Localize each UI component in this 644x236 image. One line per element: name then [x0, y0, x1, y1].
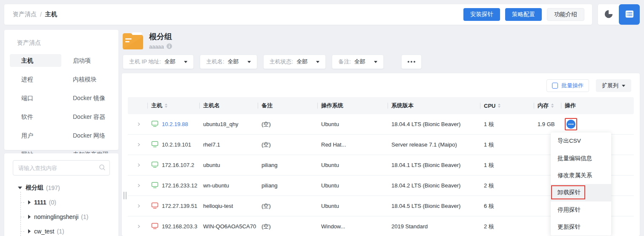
sidebar-nav-item[interactable]: 内核模块	[61, 73, 113, 86]
filter-dropdown[interactable]: 主机状态: 全部	[263, 55, 326, 69]
os-cell: Window...	[317, 223, 388, 230]
cpu-cell: 1 核	[480, 141, 534, 149]
context-menu-item-label: 更新探针	[558, 223, 581, 231]
sort-icon[interactable]	[498, 104, 500, 108]
filters-row: 主机 IP 地址: 全部 主机名: 全部 主机状态: 全部 备注: 全部	[123, 55, 384, 69]
context-menu-item[interactable]: 导出CSV	[551, 132, 611, 150]
table-column-header: 操作	[561, 102, 634, 109]
host-ip-link[interactable]: 10.2.19.88	[162, 121, 188, 127]
sidebar-nav-item[interactable]: 进程	[10, 73, 61, 86]
sidebar-nav-item-label: 软件	[21, 113, 33, 120]
caret-down-icon[interactable]	[18, 187, 22, 189]
group-tree-panel: 根分组 (197) 1111 (0) nominglingshenji (1) …	[4, 153, 118, 236]
table-column-header: 备注	[258, 102, 317, 109]
caret-down-icon	[374, 61, 377, 63]
search-input[interactable]	[13, 160, 110, 176]
more-filters-button[interactable]	[401, 55, 422, 69]
os-cell: Ubuntu	[317, 182, 388, 189]
hostname-cell: wn-ubuntu	[199, 182, 258, 189]
breadcrumb-parent[interactable]: 资产清点	[13, 11, 37, 18]
tree-node[interactable]: 根分组 (197)	[13, 181, 110, 195]
batch-operation-toggle[interactable]: 批量操作	[546, 79, 589, 92]
column-header-label: 主机名	[203, 102, 220, 109]
sidebar-nav-item[interactable]: 软件	[10, 110, 61, 123]
filter-dropdown[interactable]: 备注: 全部	[332, 55, 384, 69]
host-ip-link[interactable]: 172.16.233.12	[162, 182, 197, 189]
sidebar-nav-item[interactable]: 端口	[10, 92, 61, 104]
tree-node[interactable]: nominglingshenji (1)	[13, 210, 110, 224]
table-column-header: 系统版本	[388, 102, 480, 109]
filter-label: 主机 IP 地址:	[129, 58, 161, 66]
sidebar-nav-item[interactable]: Docker 容器	[61, 110, 113, 123]
sidebar-nav-item[interactable]: Docker 镜像	[61, 92, 113, 104]
monitor-offline-icon	[151, 222, 158, 231]
tree-node[interactable]: 1111 (0)	[13, 195, 110, 210]
sidebar-nav-item-label: 用户	[21, 132, 33, 139]
asset-inventory-nav: 资产清点 主机 启动项 进程 内核模块 端口 Docker 镜像 软件 Dock…	[4, 30, 118, 150]
caret-down-icon	[622, 85, 625, 87]
table-column-header: 内存	[534, 102, 561, 109]
sidebar-nav-item[interactable]: 主机	[10, 54, 61, 67]
host-ip-link[interactable]: 172.16.107.2	[162, 162, 194, 168]
sidebar-nav-item-label: 进程	[21, 76, 33, 83]
ellipsis-icon	[411, 61, 412, 63]
host-cell: 172.16.107.2	[147, 161, 199, 170]
table-column-header: CPU	[480, 103, 534, 109]
os-cell: Ubuntu	[317, 121, 388, 127]
tree-node-label: cw_test	[34, 228, 54, 235]
remark-cell: (空)	[258, 202, 317, 210]
tree-node-count: (1)	[57, 228, 64, 235]
filter-dropdown[interactable]: 主机名: 全部	[200, 55, 257, 69]
context-menu-item[interactable]: 卸载探针	[551, 184, 611, 201]
chart-view-button[interactable]	[598, 4, 619, 25]
host-ip-link[interactable]: 10.2.19.101	[162, 141, 191, 148]
expand-chevron-icon[interactable]	[135, 164, 140, 167]
column-header-label: 备注	[262, 102, 273, 109]
expand-chevron-icon[interactable]	[135, 123, 140, 126]
sidebar-nav-item-label: 端口	[21, 95, 33, 101]
context-menu-item[interactable]: 修改隶属关系	[551, 167, 611, 184]
memory-cell: 1.9 GB	[534, 121, 561, 127]
sort-icon[interactable]	[551, 104, 554, 108]
batch-checkbox[interactable]	[552, 83, 558, 89]
list-view-button[interactable]	[619, 4, 640, 25]
tree-node-label: 根分组	[26, 184, 43, 192]
install-probe-button[interactable]: 安装探针	[463, 8, 500, 21]
sidebar-nav-item[interactable]: Docker 网络	[61, 129, 113, 142]
expand-chevron-icon[interactable]	[135, 143, 140, 146]
top-bar: 资产清点 / 主机 安装探针 策略配置 功能介绍	[4, 4, 592, 25]
row-actions-button[interactable]	[566, 120, 575, 129]
context-menu-item[interactable]: 更新探针	[551, 219, 611, 236]
context-menu-item[interactable]: 批量编辑信息	[551, 150, 611, 167]
host-ip-link[interactable]: 172.27.139.51	[162, 203, 197, 209]
context-menu-item[interactable]: 停用探针	[551, 201, 611, 219]
monitor-online-icon	[151, 161, 158, 170]
expand-chevron-icon[interactable]	[135, 225, 140, 228]
expand-chevron-icon[interactable]	[135, 184, 140, 187]
sort-icon[interactable]	[165, 104, 167, 108]
column-header-label: 系统版本	[391, 102, 414, 109]
caret-right-icon[interactable]	[28, 215, 31, 219]
policy-config-button[interactable]: 策略配置	[505, 8, 542, 21]
group-subtitle: aaaaa	[149, 44, 164, 50]
os-version-cell: 18.04.1 LTS (Bionic Beaver)	[388, 162, 480, 168]
info-icon[interactable]	[167, 43, 172, 50]
filter-value: 全部	[164, 58, 175, 66]
feature-intro-button[interactable]: 功能介绍	[547, 8, 584, 21]
host-cell: 192.168.203.3	[147, 222, 199, 231]
filter-dropdown[interactable]: 主机 IP 地址: 全部	[123, 55, 194, 69]
tree-node[interactable]: cw_test (1)	[13, 224, 110, 236]
host-ip-link[interactable]: 192.168.203.3	[162, 223, 197, 230]
sidebar-nav-item-label: Docker 镜像	[73, 95, 105, 101]
expand-chevron-icon[interactable]	[135, 204, 140, 207]
cpu-cell: 2 核	[480, 223, 534, 230]
caret-right-icon[interactable]	[28, 200, 31, 204]
column-header-label: 主机	[151, 102, 162, 109]
extended-columns-dropdown[interactable]: 扩展列	[596, 79, 631, 92]
filter-label: 主机状态:	[270, 58, 293, 66]
table-row[interactable]: 10.2.19.88 ubuntu18_qhy (空) Ubuntu 18.04…	[128, 114, 634, 135]
caret-right-icon[interactable]	[28, 229, 31, 233]
sidebar-nav-item[interactable]: 启动项	[61, 54, 113, 67]
sidebar-nav-item[interactable]: 用户	[10, 129, 61, 142]
sidebar-resize-handle[interactable]	[124, 192, 126, 199]
